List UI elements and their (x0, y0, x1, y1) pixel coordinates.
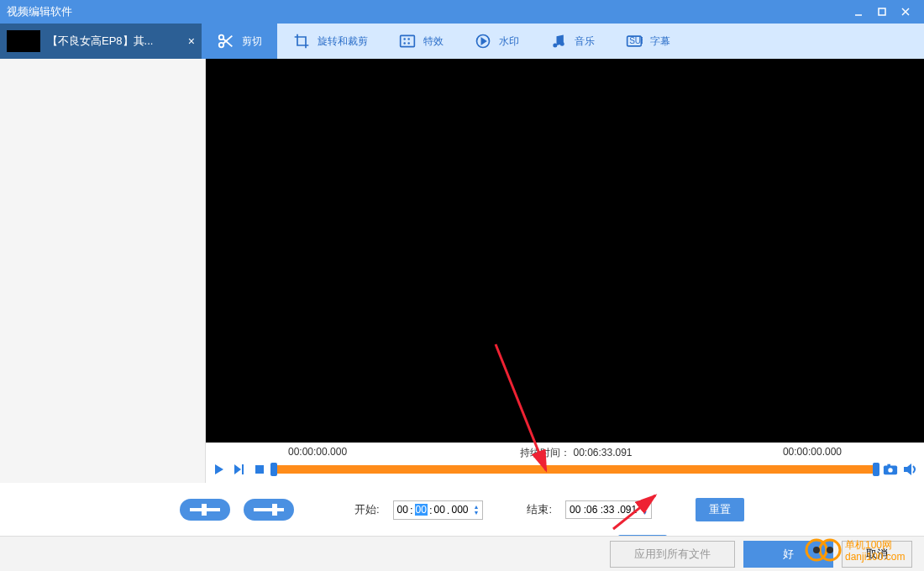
video-preview[interactable] (206, 59, 924, 443)
svg-marker-26 (904, 464, 911, 475)
apply-all-button[interactable]: 应用到所有文件 (610, 541, 735, 568)
svg-point-24 (888, 468, 892, 472)
svg-point-12 (407, 42, 410, 45)
end-spinner[interactable]: ▲▼ (642, 504, 648, 516)
subtitle-icon: SUB (625, 32, 643, 50)
footer: 应用到所有文件 好 取消 (0, 536, 924, 571)
trim-start-handle[interactable] (270, 463, 277, 476)
volume-button[interactable] (902, 461, 919, 478)
sidebar (0, 59, 206, 483)
music-icon (549, 32, 568, 50)
trim-end-handle[interactable] (873, 463, 879, 476)
content: 00:00:00.000 持续时间： 00:06:33.091 00:00:00… (206, 59, 924, 483)
file-close-icon[interactable]: × (188, 34, 195, 48)
tool-watermark[interactable]: 水印 (459, 24, 534, 59)
effect-icon (398, 32, 417, 50)
svg-rect-22 (255, 465, 264, 474)
close-button[interactable] (894, 3, 917, 20)
reset-trim-button[interactable]: 重置 (696, 498, 744, 521)
play-next-button[interactable] (231, 461, 248, 478)
tool-subtitle[interactable]: SUB 字幕 (610, 24, 685, 59)
timeline-track[interactable] (275, 465, 875, 474)
main-area: 00:00:00.000 持续时间： 00:06:33.091 00:00:00… (0, 59, 924, 483)
watermark-icon (474, 32, 492, 50)
ok-button[interactable]: 好 (743, 541, 833, 568)
trim-left-button[interactable] (180, 499, 230, 521)
file-name: 【不良女高EP8】其... (47, 34, 181, 49)
toolbar: 【不良女高EP8】其... × 剪切 旋转和裁剪 特效 水印 音乐 SUB 字幕 (0, 24, 924, 59)
svg-rect-30 (272, 504, 277, 516)
svg-point-15 (553, 44, 557, 48)
cancel-button[interactable]: 取消 (842, 541, 912, 568)
timeline-start-time: 00:00:00.000 (288, 446, 347, 458)
tool-rotate[interactable]: 旋转和裁剪 (277, 24, 383, 59)
tool-effect[interactable]: 特效 (383, 24, 459, 59)
trim-right-button[interactable] (244, 499, 294, 521)
svg-point-4 (219, 35, 224, 40)
svg-point-11 (403, 42, 406, 45)
svg-point-5 (219, 43, 224, 48)
start-spinner[interactable]: ▲▼ (474, 504, 480, 516)
svg-marker-14 (481, 39, 486, 45)
svg-rect-8 (401, 35, 415, 46)
file-tab[interactable]: 【不良女高EP8】其... × (0, 24, 202, 59)
svg-rect-1 (879, 8, 885, 15)
svg-marker-19 (215, 464, 223, 474)
svg-rect-21 (242, 464, 244, 474)
svg-text:SUB: SUB (629, 36, 643, 45)
svg-rect-28 (202, 504, 207, 516)
svg-rect-25 (887, 464, 890, 467)
end-time-input[interactable]: 00 :06 :33 .091 ▲▼ (565, 500, 652, 519)
svg-point-9 (403, 38, 406, 40)
timeline-end-time: 00:00:00.000 (783, 446, 842, 458)
svg-point-16 (560, 42, 564, 46)
snapshot-button[interactable] (882, 461, 899, 478)
start-label: 开始: (354, 502, 380, 517)
scissors-icon (217, 32, 235, 50)
timeline: 00:00:00.000 持续时间： 00:06:33.091 00:00:00… (206, 443, 924, 483)
svg-point-10 (407, 38, 410, 40)
titlebar: 视频编辑软件 (0, 0, 924, 24)
window-title: 视频编辑软件 (7, 4, 847, 19)
start-time-input[interactable]: 00 :00:00 .000 ▲▼ (393, 500, 484, 520)
svg-marker-20 (234, 464, 241, 474)
end-label: 结束: (527, 502, 552, 517)
svg-rect-29 (254, 508, 284, 511)
minimize-button[interactable] (847, 3, 870, 20)
file-thumbnail (7, 30, 40, 52)
tool-cut[interactable]: 剪切 (202, 24, 277, 59)
maximize-button[interactable] (870, 3, 894, 20)
timeline-duration: 00:06:33.091 (573, 447, 632, 458)
play-button[interactable] (211, 461, 228, 478)
crop-icon (292, 32, 311, 50)
stop-button[interactable] (251, 461, 268, 478)
tool-music[interactable]: 音乐 (534, 24, 610, 59)
